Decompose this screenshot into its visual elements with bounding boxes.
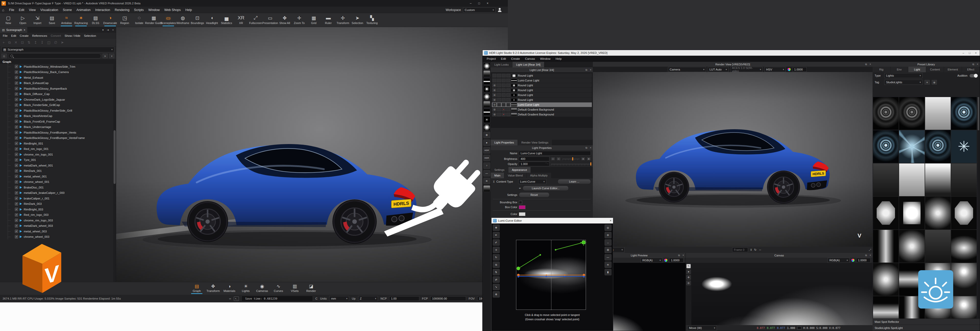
type-select[interactable]: Lights [884,73,923,78]
target-toggle[interactable] [502,88,506,92]
line-presets-tool[interactable]: — [605,254,611,261]
dock-button[interactable]: ◉ Cameras [254,282,270,295]
maximize-icon[interactable]: □ [969,51,970,54]
area-light-tool[interactable] [484,101,490,107]
opacity-slider[interactable] [551,162,591,166]
dialog-titlebar[interactable]: Lumi-Curve Editor × [492,218,613,224]
visibility-checkbox[interactable] [15,213,18,217]
menu-item[interactable]: Web Shops [162,8,183,12]
brightness-increase-large-button[interactable]: + [587,157,591,161]
zoom-tool[interactable]: ◎ [686,281,691,285]
menu-item[interactable]: Canvas [522,57,538,60]
menu-item[interactable]: Animation [74,8,93,12]
visibility-checkbox[interactable] [15,235,18,238]
enable-toggle[interactable] [493,93,496,97]
tree-item[interactable]: RimBright_003 [0,206,113,212]
solo-toggle[interactable] [497,98,501,102]
sg-down-icon[interactable]: ↧ [41,40,44,45]
visibility-checkbox[interactable] [15,147,18,151]
lock-toggle[interactable] [506,74,510,77]
visibility-checkbox[interactable] [15,136,18,140]
tree-item[interactable]: metal_wheel_003 [0,229,113,234]
preset-thumbnail[interactable] [925,230,951,262]
tree-item[interactable]: PlasticBlackGlossy_BumperBack [0,86,113,91]
tree-item[interactable]: RimDark_001 [0,168,113,174]
light-list-row[interactable]: Default Gradient Background [492,112,592,117]
toolbar-button[interactable]: ✶ Raytracing [74,14,88,27]
sg-select-icon[interactable]: ⊡ [21,40,24,45]
target-toggle[interactable] [502,113,506,116]
lock-toggle[interactable] [506,113,510,116]
toolbar-button[interactable]: ▦ Render Guide [146,14,161,27]
preset-thumbnail[interactable] [873,230,899,262]
toolbar-button[interactable]: ▢ New [1,14,16,27]
toolbar-button[interactable]: ▚ Texturing [365,14,379,27]
scenegraph-scrollbar[interactable] [113,64,116,282]
search-options-icon[interactable]: ◎ [2,54,6,58]
preset-thumbnail[interactable] [951,130,977,163]
menu-item[interactable]: Visualization [38,8,60,12]
tree-item[interactable]: RimDark_003 [0,201,113,207]
scenegraph-tree-select[interactable]: ▤ Scenegraph [2,47,115,52]
float-panel-icon[interactable]: ⧉ [865,254,867,257]
units-select[interactable]: mm [329,296,349,301]
menu-item[interactable]: Edit [17,8,27,12]
zoom-tool[interactable]: ◎ [605,224,611,231]
scenegraph-menu-item[interactable]: File [1,34,10,37]
enable-toggle[interactable] [493,113,496,116]
light-list-row[interactable]: Round Light [492,73,592,78]
tree-item[interactable]: Black_Diffusor_Cap [0,91,113,97]
toolbar-button[interactable]: ⊡ Boundings [190,14,205,27]
enable-toggle[interactable] [493,98,496,102]
toolbar-button[interactable]: ▬ Ruler [321,14,336,27]
toolbar-button[interactable]: ▭ Presentation [263,14,277,27]
visibility-checkbox[interactable] [15,70,18,74]
tab-scenegraph[interactable]: ▤ Scenegraph × [0,27,27,33]
preset-thumbnail[interactable] [873,97,899,130]
select-tool[interactable]: ➤ [686,269,691,274]
scrollbar-thumb[interactable] [978,97,979,130]
close-icon[interactable]: × [487,2,488,5]
visibility-checkbox[interactable] [15,185,18,189]
scenegraph-menu-item[interactable]: References [30,34,49,37]
toolbar-button[interactable]: ≈ Antialias [59,14,74,27]
dock-button[interactable]: ◑ Materials [221,282,238,295]
canvas-tool-select[interactable]: Move (W) [687,325,717,331]
dock-button[interactable]: ✥ Transform [205,282,221,295]
visibility-checkbox[interactable] [15,180,18,184]
tree-item[interactable]: Red_rim_logo_003 [0,212,113,218]
preset-thumbnail[interactable] [899,163,924,196]
channel-select[interactable]: HSV [764,67,786,72]
float-panel-icon[interactable]: ⧉ [972,63,974,66]
toolbar-button[interactable]: ▅ Statistics [219,14,234,27]
colorspace-select[interactable]: ACES 1.0 SDR-video [730,67,763,72]
preview-exposure-field[interactable]: 1.0000 [669,258,683,262]
undock-icon[interactable]: ➜ [107,28,109,32]
visibility-icon[interactable]: ◉ [932,80,937,85]
dock-button[interactable]: ▥ VSets [286,282,303,295]
scenegraph-menu-item[interactable]: Create [18,34,30,37]
flip-vertical-tool[interactable]: ⇅ [493,269,500,275]
light-list-row[interactable]: Round Light [492,98,592,102]
color-wheel-icon[interactable] [851,259,855,262]
paint-tool[interactable]: ✎ [686,264,691,269]
light-list-row[interactable]: Round Light [492,93,592,97]
enable-toggle[interactable] [493,79,496,82]
visibility-checkbox[interactable] [15,98,18,101]
tree-item[interactable]: RimBright_001 [0,141,113,146]
brightness-field[interactable]: 400 [519,157,549,161]
menu-item[interactable]: View [27,8,38,12]
menu-item[interactable]: Window [146,8,162,12]
visibility-checkbox[interactable] [15,131,18,134]
toolbar-button[interactable]: ◌ Isolate [132,14,146,27]
solo-toggle[interactable] [497,83,501,87]
visibility-checkbox[interactable] [15,120,18,123]
light-list-row[interactable]: Default Gradient Background [492,107,592,112]
tree-item[interactable]: chrome_rim_logo_003 [0,217,113,223]
tree-item[interactable]: Black_FrontGrill_FrameCap [0,119,113,125]
dock-button[interactable]: ▤ Graph [189,282,205,295]
visibility-checkbox[interactable] [15,197,18,200]
light-list-tab[interactable]: Light List [Rear 3/4] [512,62,544,67]
toolbar-button[interactable]: ▨ DLSS [88,14,103,27]
brightness-increase-button[interactable]: + [581,157,585,161]
